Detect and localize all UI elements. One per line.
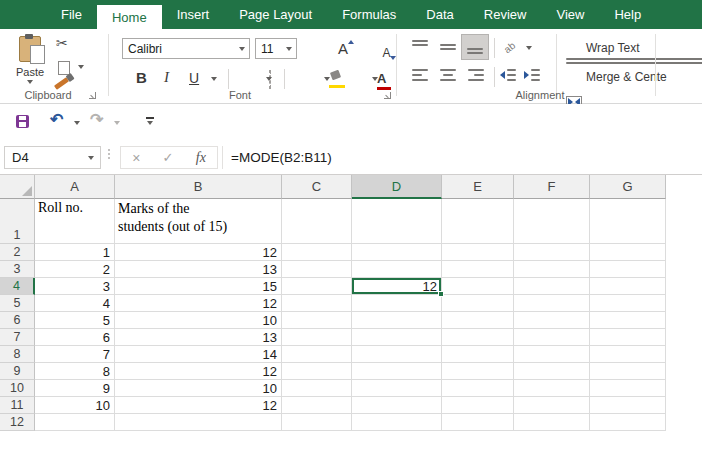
name-box[interactable]: D4 [4,146,101,169]
cell-F4[interactable] [514,278,590,295]
undo-dropdown-icon[interactable] [74,121,80,125]
underline-button[interactable]: U [189,70,199,86]
cell-A9[interactable]: 8 [35,363,115,380]
cell-A10[interactable]: 9 [35,380,115,397]
borders-dropdown-icon[interactable] [266,77,272,81]
cell-E5[interactable] [442,295,514,312]
cell-A12[interactable] [35,414,115,431]
orientation-icon[interactable]: ab [502,40,518,56]
cell-E8[interactable] [442,346,514,363]
cell-B12[interactable] [115,414,282,431]
font-color-icon[interactable]: A [377,71,386,86]
cell-C8[interactable] [282,346,352,363]
insert-function-icon[interactable]: fx [196,150,206,166]
align-middle-icon[interactable] [440,40,456,53]
cell-G6[interactable] [590,312,666,329]
cell-C12[interactable] [282,414,352,431]
row-header-9[interactable]: 9 [0,363,35,380]
cell-F3[interactable] [514,261,590,278]
tab-formulas[interactable]: Formulas [327,0,411,29]
redo-icon[interactable]: ↷ [90,110,103,129]
row-header-10[interactable]: 10 [0,380,35,397]
cell-B1[interactable]: Marks of the students (out of 15) [115,199,282,244]
cell-G12[interactable] [590,414,666,431]
cell-A6[interactable]: 5 [35,312,115,329]
cell-D10[interactable] [352,380,442,397]
cell-A5[interactable]: 4 [35,295,115,312]
cell-F2[interactable] [514,244,590,261]
column-header-E[interactable]: E [442,175,514,199]
row-header-2[interactable]: 2 [0,244,35,261]
cell-D5[interactable] [352,295,442,312]
cell-G9[interactable] [590,363,666,380]
column-header-F[interactable]: F [514,175,590,199]
cell-C3[interactable] [282,261,352,278]
decrease-indent-icon[interactable] [500,69,516,81]
format-painter-icon[interactable] [54,77,69,90]
cell-E1[interactable] [442,199,514,244]
cell-E4[interactable] [442,278,514,295]
cancel-icon[interactable]: × [132,150,140,166]
cell-D4[interactable]: 12 [352,278,442,295]
cell-B2[interactable]: 12 [115,244,282,261]
cell-C4[interactable] [282,278,352,295]
tab-insert[interactable]: Insert [162,0,225,29]
cell-C7[interactable] [282,329,352,346]
cell-F8[interactable] [514,346,590,363]
font-size-select[interactable]: 11 [255,38,297,59]
row-header-1[interactable]: 1 [0,199,35,244]
row-header-7[interactable]: 7 [0,329,35,346]
cell-A2[interactable]: 1 [35,244,115,261]
orientation-dropdown-icon[interactable] [526,46,532,50]
bold-button[interactable]: B [136,69,147,86]
cell-A1[interactable]: Roll no. [35,199,115,244]
row-header-5[interactable]: 5 [0,295,35,312]
cell-B11[interactable]: 12 [115,397,282,414]
column-header-A[interactable]: A [35,175,115,199]
font-color-dropdown-icon[interactable] [372,77,378,81]
cell-E11[interactable] [442,397,514,414]
formula-bar-drag-handle[interactable] [108,149,110,159]
tab-review[interactable]: Review [469,0,542,29]
cell-G8[interactable] [590,346,666,363]
enter-icon[interactable]: ✓ [163,150,174,165]
decrease-font-size-icon[interactable]: A [382,46,390,60]
align-bottom-button-selected[interactable] [461,34,489,60]
font-dialog-launcher-icon[interactable] [383,91,392,100]
cell-B4[interactable]: 15 [115,278,282,295]
cell-G5[interactable] [590,295,666,312]
cell-F10[interactable] [514,380,590,397]
cell-A8[interactable]: 7 [35,346,115,363]
tab-file[interactable]: File [46,0,97,29]
tab-home[interactable]: Home [97,5,162,29]
cell-D12[interactable] [352,414,442,431]
cell-E12[interactable] [442,414,514,431]
fill-handle[interactable] [438,291,444,297]
formula-input[interactable]: =MODE(B2:B11) [222,146,702,169]
cell-E3[interactable] [442,261,514,278]
cell-G3[interactable] [590,261,666,278]
cell-D6[interactable] [352,312,442,329]
cell-G11[interactable] [590,397,666,414]
cell-G7[interactable] [590,329,666,346]
cell-D2[interactable] [352,244,442,261]
tab-view[interactable]: View [541,0,599,29]
row-header-3[interactable]: 3 [0,261,35,278]
paste-button[interactable]: Paste [10,34,50,94]
underline-dropdown-icon[interactable] [211,77,217,81]
row-header-11[interactable]: 11 [0,397,35,414]
cell-E7[interactable] [442,329,514,346]
row-header-12[interactable]: 12 [0,414,35,431]
cell-A4[interactable]: 3 [35,278,115,295]
cell-F9[interactable] [514,363,590,380]
clipboard-dialog-launcher-icon[interactable] [88,91,97,100]
cell-D3[interactable] [352,261,442,278]
cell-C9[interactable] [282,363,352,380]
cell-C5[interactable] [282,295,352,312]
cell-C11[interactable] [282,397,352,414]
align-right-icon[interactable] [468,69,484,81]
cell-B5[interactable]: 12 [115,295,282,312]
align-top-icon[interactable] [412,40,428,53]
increase-font-size-icon[interactable]: A [338,40,348,57]
tab-data[interactable]: Data [411,0,468,29]
